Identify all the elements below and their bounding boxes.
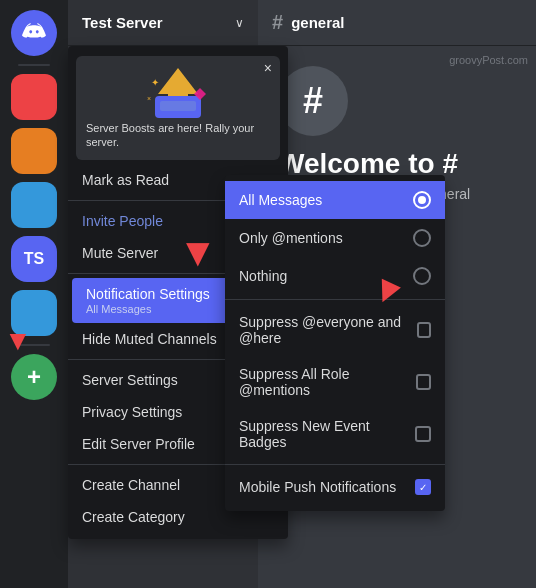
server-header[interactable]: Test Server ∨ bbox=[68, 0, 258, 46]
submenu-suppress-role[interactable]: Suppress All Role @mentions bbox=[225, 356, 445, 408]
svg-rect-2 bbox=[160, 101, 196, 111]
channel-name: general bbox=[291, 14, 344, 31]
submenu-suppress-badges[interactable]: Suppress New Event Badges bbox=[225, 408, 445, 460]
boost-text: Server Boosts are here! Rally your serve… bbox=[86, 121, 270, 150]
submenu-suppress-everyone[interactable]: Suppress @everyone and @here bbox=[225, 304, 445, 356]
checkbox-suppress-everyone[interactable] bbox=[417, 322, 431, 338]
notification-label-block: Notification Settings All Messages bbox=[86, 286, 210, 315]
submenu-only-mentions[interactable]: Only @mentions bbox=[225, 219, 445, 257]
add-server-button[interactable]: + bbox=[11, 354, 57, 400]
radio-nothing[interactable] bbox=[413, 267, 431, 285]
checkbox-suppress-role[interactable] bbox=[416, 374, 431, 390]
notification-submenu: All Messages Only @mentions Nothing Supp… bbox=[225, 175, 445, 511]
checkbox-suppress-badges[interactable] bbox=[415, 426, 431, 442]
close-icon[interactable]: × bbox=[264, 60, 272, 76]
submenu-separator-2 bbox=[225, 464, 445, 465]
server-icon-orange[interactable] bbox=[11, 128, 57, 174]
left-arrow-indicator: ▼ bbox=[4, 325, 32, 357]
server-icon-red[interactable] bbox=[11, 74, 57, 120]
watermark: groovyPost.com bbox=[449, 54, 528, 66]
svg-text:×: × bbox=[147, 95, 151, 102]
boost-visual: ✦ × bbox=[86, 66, 270, 121]
channel-hash-icon: # bbox=[272, 11, 283, 34]
server-separator bbox=[18, 64, 50, 66]
server-sidebar: TS + bbox=[0, 0, 68, 588]
welcome-hash-icon: # bbox=[278, 66, 348, 136]
radio-all-messages[interactable] bbox=[413, 191, 431, 209]
svg-text:✦: ✦ bbox=[151, 77, 159, 88]
channel-header: # general bbox=[258, 0, 536, 46]
submenu-all-messages[interactable]: All Messages bbox=[225, 181, 445, 219]
boost-banner: × ✦ × Server Boosts are here! Rally your… bbox=[76, 56, 280, 160]
server-icon-active[interactable]: TS bbox=[11, 236, 57, 282]
submenu-separator-1 bbox=[225, 299, 445, 300]
checkbox-mobile-push[interactable] bbox=[415, 479, 431, 495]
chevron-down-icon: ∨ bbox=[235, 16, 244, 30]
submenu-mobile-push[interactable]: Mobile Push Notifications bbox=[225, 469, 445, 505]
submenu-nothing[interactable]: Nothing bbox=[225, 257, 445, 295]
server-name: Test Server bbox=[82, 14, 163, 31]
server-icon-blue1[interactable] bbox=[11, 182, 57, 228]
radio-only-mentions[interactable] bbox=[413, 229, 431, 247]
arrow-down-indicator-1: ▼ bbox=[178, 230, 218, 275]
server-icon-home[interactable] bbox=[11, 10, 57, 56]
